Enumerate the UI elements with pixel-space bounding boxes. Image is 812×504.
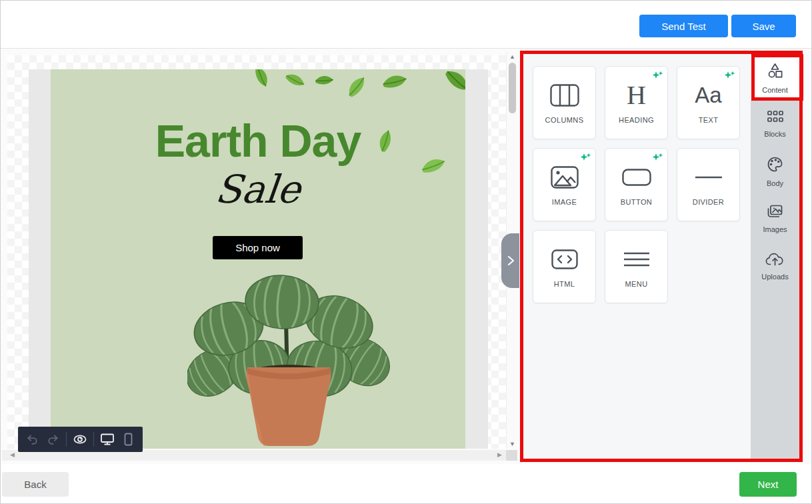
ai-sparkle-icon	[652, 70, 663, 84]
sidebar-tab-label: Blocks	[764, 130, 785, 138]
leaf-image	[283, 69, 308, 93]
bottom-bar: Back Next	[1, 464, 811, 503]
content-card-html[interactable]: HTML	[533, 230, 596, 303]
chevron-right-icon	[503, 253, 518, 269]
sidebar-tab-label: Uploads	[761, 273, 788, 281]
leaf-image	[343, 72, 372, 101]
next-button[interactable]: Next	[739, 472, 797, 497]
content-card-label: IMAGE	[552, 198, 577, 206]
content-card-label: COLUMNS	[545, 116, 584, 124]
content-card-menu[interactable]: MENU	[605, 230, 668, 303]
palette-icon	[766, 155, 784, 176]
email-heading-text[interactable]: Earth Day	[51, 115, 465, 167]
next-label: Next	[758, 479, 779, 490]
redo-icon[interactable]	[45, 432, 60, 447]
menu-icon	[623, 246, 650, 273]
email-template[interactable]: Earth Day Sale Shop now	[29, 69, 488, 449]
heading-icon: H	[627, 82, 646, 109]
ai-sparkle-icon	[580, 152, 591, 166]
toolbar-divider	[66, 432, 67, 447]
content-card-heading[interactable]: H HEADING	[605, 66, 668, 139]
content-card-label: TEXT	[699, 116, 719, 124]
leaf-image	[440, 69, 465, 99]
text-icon: Aa	[695, 82, 721, 109]
ai-sparkle-icon	[652, 152, 663, 166]
leaf-image	[248, 69, 275, 91]
top-toolbar: Send Test Save	[1, 1, 811, 49]
preview-eye-icon[interactable]	[73, 432, 87, 447]
design-canvas[interactable]: Earth Day Sale Shop now	[7, 55, 506, 449]
scroll-down-arrow[interactable]: ▼	[507, 441, 518, 447]
mobile-icon[interactable]	[121, 432, 135, 447]
scroll-right-arrow[interactable]: ▶	[497, 451, 502, 458]
sidebar-tab-body[interactable]: Body	[751, 147, 799, 195]
content-card-image[interactable]: IMAGE	[533, 148, 596, 221]
sidebar-tab-label: Images	[763, 225, 787, 233]
email-banner-row[interactable]: Earth Day Sale Shop now	[51, 69, 465, 449]
columns-icon	[550, 82, 579, 109]
send-test-label: Send Test	[661, 21, 705, 32]
vertical-scroll-thumb[interactable]	[509, 63, 516, 113]
send-test-button[interactable]: Send Test	[639, 15, 728, 37]
image-icon	[551, 164, 579, 191]
shop-now-button[interactable]: Shop now	[213, 236, 303, 259]
content-card-columns[interactable]: COLUMNS	[533, 66, 596, 139]
sidebar-tab-label: Content	[762, 86, 788, 94]
leaf-image	[313, 69, 336, 92]
undo-icon[interactable]	[25, 432, 39, 447]
content-card-label: BUTTON	[621, 198, 652, 206]
leaf-image	[380, 69, 411, 97]
editor-sidebar: Content Blocks Body	[751, 54, 799, 459]
button-icon	[622, 164, 651, 191]
scroll-left-arrow[interactable]: ◀	[10, 451, 15, 458]
content-card-text[interactable]: Aa TEXT	[677, 66, 740, 139]
content-tools-panel: COLUMNS H HEADING Aa TEXT	[520, 51, 803, 462]
ai-sparkle-icon	[724, 70, 735, 84]
scroll-up-arrow[interactable]: ▲	[507, 53, 518, 60]
save-label: Save	[752, 21, 775, 32]
content-card-label: DIVIDER	[693, 198, 724, 206]
editor-main-area: Earth Day Sale Shop now	[1, 49, 811, 465]
sidebar-tab-images[interactable]: Images	[751, 195, 799, 242]
divider-icon	[695, 164, 723, 191]
content-card-label: HEADING	[619, 116, 654, 124]
scrollbar-corner	[506, 450, 517, 461]
canvas-toolbar	[18, 427, 143, 452]
sidebar-tab-blocks[interactable]: Blocks	[751, 100, 799, 147]
save-button[interactable]: Save	[731, 15, 796, 37]
images-icon	[766, 203, 784, 222]
sidebar-tab-content[interactable]: Content	[751, 55, 799, 100]
sidebar-tab-uploads[interactable]: Uploads	[751, 242, 799, 289]
shapes-icon	[766, 62, 784, 83]
sidebar-tab-label: Body	[767, 179, 783, 187]
desktop-icon[interactable]	[100, 432, 115, 447]
content-card-divider[interactable]: DIVIDER	[677, 148, 740, 221]
content-card-label: HTML	[554, 280, 575, 288]
panel-collapse-handle[interactable]	[501, 233, 519, 288]
back-label: Back	[24, 479, 46, 490]
content-card-button[interactable]: BUTTON	[605, 148, 668, 221]
toolbar-divider	[93, 432, 94, 447]
content-blocks-grid: COLUMNS H HEADING Aa TEXT	[533, 66, 740, 303]
html-icon	[551, 246, 578, 273]
back-button[interactable]: Back	[2, 472, 69, 497]
blocks-grid-icon	[767, 109, 784, 127]
cloud-upload-icon	[765, 251, 785, 269]
content-card-label: MENU	[625, 280, 648, 288]
email-editor-window: Send Test Save Earth Day Sale	[0, 0, 812, 504]
email-script-text[interactable]: Sale	[51, 167, 465, 212]
plant-image	[187, 267, 391, 449]
